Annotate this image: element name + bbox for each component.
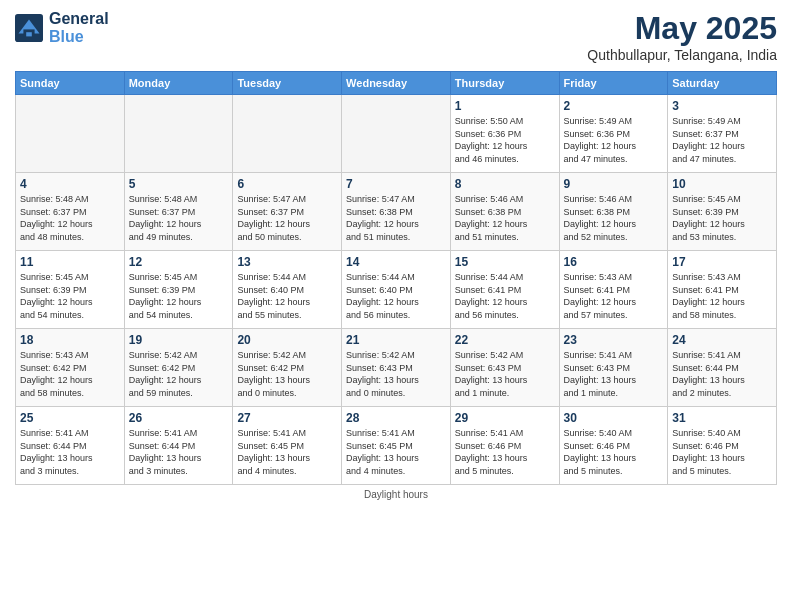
calendar-cell: 9Sunrise: 5:46 AM Sunset: 6:38 PM Daylig… (559, 173, 668, 251)
day-info: Sunrise: 5:44 AM Sunset: 6:41 PM Dayligh… (455, 271, 555, 321)
header: General Blue May 2025 Quthbullapur, Tela… (15, 10, 777, 63)
calendar-cell: 1Sunrise: 5:50 AM Sunset: 6:36 PM Daylig… (450, 95, 559, 173)
day-number: 1 (455, 99, 555, 113)
day-info: Sunrise: 5:48 AM Sunset: 6:37 PM Dayligh… (129, 193, 229, 243)
day-info: Sunrise: 5:42 AM Sunset: 6:42 PM Dayligh… (237, 349, 337, 399)
calendar-cell: 19Sunrise: 5:42 AM Sunset: 6:42 PM Dayli… (124, 329, 233, 407)
day-info: Sunrise: 5:45 AM Sunset: 6:39 PM Dayligh… (672, 193, 772, 243)
calendar-cell: 12Sunrise: 5:45 AM Sunset: 6:39 PM Dayli… (124, 251, 233, 329)
calendar-week-2: 11Sunrise: 5:45 AM Sunset: 6:39 PM Dayli… (16, 251, 777, 329)
day-info: Sunrise: 5:42 AM Sunset: 6:42 PM Dayligh… (129, 349, 229, 399)
subtitle: Quthbullapur, Telangana, India (587, 47, 777, 63)
svg-rect-3 (26, 32, 32, 36)
day-number: 30 (564, 411, 664, 425)
day-info: Sunrise: 5:42 AM Sunset: 6:43 PM Dayligh… (346, 349, 446, 399)
main-title: May 2025 (587, 10, 777, 47)
day-info: Sunrise: 5:41 AM Sunset: 6:44 PM Dayligh… (129, 427, 229, 477)
calendar-cell (124, 95, 233, 173)
calendar-cell: 18Sunrise: 5:43 AM Sunset: 6:42 PM Dayli… (16, 329, 125, 407)
day-info: Sunrise: 5:41 AM Sunset: 6:45 PM Dayligh… (237, 427, 337, 477)
day-number: 11 (20, 255, 120, 269)
day-info: Sunrise: 5:46 AM Sunset: 6:38 PM Dayligh… (564, 193, 664, 243)
day-number: 19 (129, 333, 229, 347)
calendar-weekday-friday: Friday (559, 72, 668, 95)
calendar-cell: 24Sunrise: 5:41 AM Sunset: 6:44 PM Dayli… (668, 329, 777, 407)
day-number: 15 (455, 255, 555, 269)
day-info: Sunrise: 5:43 AM Sunset: 6:42 PM Dayligh… (20, 349, 120, 399)
calendar-weekday-tuesday: Tuesday (233, 72, 342, 95)
day-info: Sunrise: 5:48 AM Sunset: 6:37 PM Dayligh… (20, 193, 120, 243)
footer-note: Daylight hours (15, 489, 777, 500)
calendar-cell: 13Sunrise: 5:44 AM Sunset: 6:40 PM Dayli… (233, 251, 342, 329)
day-number: 24 (672, 333, 772, 347)
day-number: 8 (455, 177, 555, 191)
calendar-week-1: 4Sunrise: 5:48 AM Sunset: 6:37 PM Daylig… (16, 173, 777, 251)
day-number: 2 (564, 99, 664, 113)
day-info: Sunrise: 5:41 AM Sunset: 6:45 PM Dayligh… (346, 427, 446, 477)
day-number: 10 (672, 177, 772, 191)
day-number: 13 (237, 255, 337, 269)
day-info: Sunrise: 5:45 AM Sunset: 6:39 PM Dayligh… (20, 271, 120, 321)
day-number: 18 (20, 333, 120, 347)
calendar-cell: 30Sunrise: 5:40 AM Sunset: 6:46 PM Dayli… (559, 407, 668, 485)
day-info: Sunrise: 5:43 AM Sunset: 6:41 PM Dayligh… (672, 271, 772, 321)
day-number: 29 (455, 411, 555, 425)
page: General Blue May 2025 Quthbullapur, Tela… (0, 0, 792, 612)
day-number: 4 (20, 177, 120, 191)
calendar-cell: 4Sunrise: 5:48 AM Sunset: 6:37 PM Daylig… (16, 173, 125, 251)
day-number: 9 (564, 177, 664, 191)
calendar-table: SundayMondayTuesdayWednesdayThursdayFrid… (15, 71, 777, 485)
day-info: Sunrise: 5:41 AM Sunset: 6:44 PM Dayligh… (672, 349, 772, 399)
calendar-cell: 17Sunrise: 5:43 AM Sunset: 6:41 PM Dayli… (668, 251, 777, 329)
day-number: 20 (237, 333, 337, 347)
day-number: 7 (346, 177, 446, 191)
day-info: Sunrise: 5:49 AM Sunset: 6:36 PM Dayligh… (564, 115, 664, 165)
day-info: Sunrise: 5:47 AM Sunset: 6:37 PM Dayligh… (237, 193, 337, 243)
calendar-weekday-saturday: Saturday (668, 72, 777, 95)
calendar-weekday-monday: Monday (124, 72, 233, 95)
logo-text: General Blue (49, 10, 109, 46)
calendar-cell: 15Sunrise: 5:44 AM Sunset: 6:41 PM Dayli… (450, 251, 559, 329)
calendar-cell: 28Sunrise: 5:41 AM Sunset: 6:45 PM Dayli… (342, 407, 451, 485)
calendar-cell: 16Sunrise: 5:43 AM Sunset: 6:41 PM Dayli… (559, 251, 668, 329)
calendar-cell: 5Sunrise: 5:48 AM Sunset: 6:37 PM Daylig… (124, 173, 233, 251)
day-number: 21 (346, 333, 446, 347)
day-info: Sunrise: 5:41 AM Sunset: 6:44 PM Dayligh… (20, 427, 120, 477)
calendar-weekday-sunday: Sunday (16, 72, 125, 95)
calendar-cell: 27Sunrise: 5:41 AM Sunset: 6:45 PM Dayli… (233, 407, 342, 485)
title-block: May 2025 Quthbullapur, Telangana, India (587, 10, 777, 63)
calendar-cell: 25Sunrise: 5:41 AM Sunset: 6:44 PM Dayli… (16, 407, 125, 485)
calendar-week-3: 18Sunrise: 5:43 AM Sunset: 6:42 PM Dayli… (16, 329, 777, 407)
calendar-weekday-thursday: Thursday (450, 72, 559, 95)
calendar-cell: 8Sunrise: 5:46 AM Sunset: 6:38 PM Daylig… (450, 173, 559, 251)
calendar-cell: 23Sunrise: 5:41 AM Sunset: 6:43 PM Dayli… (559, 329, 668, 407)
calendar-cell (233, 95, 342, 173)
calendar-cell: 10Sunrise: 5:45 AM Sunset: 6:39 PM Dayli… (668, 173, 777, 251)
day-number: 3 (672, 99, 772, 113)
day-number: 31 (672, 411, 772, 425)
calendar-cell: 22Sunrise: 5:42 AM Sunset: 6:43 PM Dayli… (450, 329, 559, 407)
day-info: Sunrise: 5:42 AM Sunset: 6:43 PM Dayligh… (455, 349, 555, 399)
calendar-cell: 26Sunrise: 5:41 AM Sunset: 6:44 PM Dayli… (124, 407, 233, 485)
day-info: Sunrise: 5:49 AM Sunset: 6:37 PM Dayligh… (672, 115, 772, 165)
calendar-week-0: 1Sunrise: 5:50 AM Sunset: 6:36 PM Daylig… (16, 95, 777, 173)
calendar-cell: 31Sunrise: 5:40 AM Sunset: 6:46 PM Dayli… (668, 407, 777, 485)
day-number: 12 (129, 255, 229, 269)
calendar-weekday-wednesday: Wednesday (342, 72, 451, 95)
day-info: Sunrise: 5:40 AM Sunset: 6:46 PM Dayligh… (672, 427, 772, 477)
day-info: Sunrise: 5:40 AM Sunset: 6:46 PM Dayligh… (564, 427, 664, 477)
day-number: 5 (129, 177, 229, 191)
day-number: 27 (237, 411, 337, 425)
calendar-cell (342, 95, 451, 173)
day-number: 16 (564, 255, 664, 269)
day-info: Sunrise: 5:41 AM Sunset: 6:43 PM Dayligh… (564, 349, 664, 399)
day-number: 14 (346, 255, 446, 269)
day-info: Sunrise: 5:41 AM Sunset: 6:46 PM Dayligh… (455, 427, 555, 477)
calendar-cell: 29Sunrise: 5:41 AM Sunset: 6:46 PM Dayli… (450, 407, 559, 485)
day-info: Sunrise: 5:44 AM Sunset: 6:40 PM Dayligh… (237, 271, 337, 321)
calendar-cell: 3Sunrise: 5:49 AM Sunset: 6:37 PM Daylig… (668, 95, 777, 173)
day-number: 23 (564, 333, 664, 347)
day-info: Sunrise: 5:50 AM Sunset: 6:36 PM Dayligh… (455, 115, 555, 165)
day-number: 6 (237, 177, 337, 191)
calendar-cell (16, 95, 125, 173)
